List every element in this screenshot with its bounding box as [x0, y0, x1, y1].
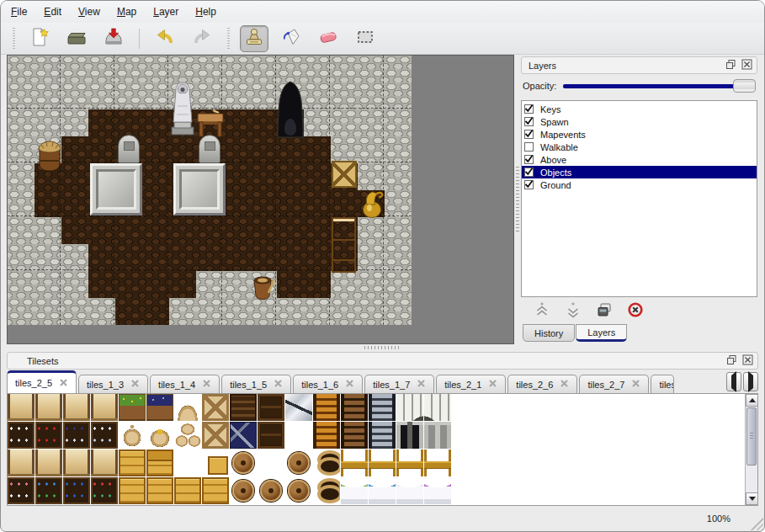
tileset-tile[interactable]: [174, 450, 201, 476]
layer-row-keys[interactable]: Keys: [522, 103, 757, 115]
tileset-tile[interactable]: [119, 450, 146, 476]
tileset-tab-tiles_2_5[interactable]: tiles_2_5: [7, 370, 77, 393]
tab-layers[interactable]: Layers: [576, 324, 627, 342]
tileset-tile[interactable]: [313, 450, 340, 476]
menu-edit[interactable]: Edit: [42, 4, 63, 19]
layer-checkbox[interactable]: [524, 155, 534, 164]
menu-help[interactable]: Help: [194, 4, 218, 19]
tileset-tile[interactable]: [230, 394, 257, 421]
tileset-tile[interactable]: [285, 477, 312, 504]
tileset-tab-tiles_1_3[interactable]: tiles_1_3: [78, 375, 148, 393]
tileset-tile[interactable]: [369, 394, 396, 421]
tileset-tile[interactable]: [258, 477, 284, 504]
tab-close-button[interactable]: [560, 379, 569, 390]
tileset-tile[interactable]: [313, 422, 340, 449]
layer-row-ground[interactable]: Ground: [522, 178, 757, 191]
scrollbar-thumb[interactable]: [746, 407, 757, 466]
fill-tool-button[interactable]: [277, 25, 305, 52]
tileset-tile[interactable]: [258, 422, 284, 449]
tileset-tile[interactable]: [396, 422, 423, 449]
tileset-tile[interactable]: [8, 450, 35, 476]
tileset-tile[interactable]: [313, 394, 340, 421]
tileset-tab-tiles[interactable]: tiles_: [651, 375, 674, 393]
scrollbar-up-button[interactable]: [746, 394, 758, 407]
tileset-tile[interactable]: [63, 422, 90, 449]
opacity-slider-handle[interactable]: [733, 79, 756, 93]
tileset-tile[interactable]: [8, 477, 35, 504]
tileset-tile[interactable]: [258, 450, 284, 476]
tileset-tile[interactable]: [424, 477, 451, 504]
layer-checkbox[interactable]: [524, 142, 534, 152]
tileset-tile[interactable]: [369, 422, 396, 449]
tileset-tile[interactable]: [91, 394, 118, 421]
tileset-tab-tiles_2_1[interactable]: tiles_2_1: [436, 375, 506, 393]
save-button[interactable]: [99, 25, 128, 52]
tileset-tile[interactable]: [63, 477, 90, 504]
duplicate-layer-button[interactable]: [595, 301, 614, 320]
tileset-tab-tiles_2_6[interactable]: tiles_2_6: [507, 375, 577, 393]
tileset-tile[interactable]: [119, 422, 146, 449]
tileset-tile[interactable]: [91, 422, 118, 449]
tileset-tile[interactable]: [202, 450, 229, 476]
tileset-tile[interactable]: [202, 394, 229, 421]
redo-button[interactable]: [188, 25, 216, 52]
layers-dock-close-button[interactable]: [741, 60, 752, 72]
menu-layer[interactable]: Layer: [151, 4, 180, 19]
tab-close-button[interactable]: [417, 379, 426, 390]
select-tool-button[interactable]: [351, 25, 380, 52]
tab-close-button[interactable]: [202, 379, 211, 390]
tileset-tab-tiles_1_7[interactable]: tiles_1_7: [364, 375, 434, 393]
tab-history[interactable]: History: [523, 324, 575, 342]
tileset-tile[interactable]: [285, 394, 312, 421]
tileset-tile[interactable]: [230, 450, 257, 476]
tileset-tab-tiles_1_5[interactable]: tiles_1_5: [221, 375, 291, 393]
tileset-tile[interactable]: [91, 477, 118, 504]
tab-close-button[interactable]: [130, 379, 140, 390]
tab-close-button[interactable]: [488, 379, 497, 390]
map-canvas[interactable]: [8, 56, 412, 325]
delete-layer-button[interactable]: [626, 301, 645, 320]
tileset-tile[interactable]: [230, 477, 257, 504]
tileset-scrollbar[interactable]: [745, 394, 757, 505]
vertical-splitter[interactable]: [514, 55, 521, 344]
scrollbar-down-button[interactable]: [746, 492, 758, 505]
tileset-tile[interactable]: [424, 422, 451, 449]
tilesets-dock-float-button[interactable]: [725, 355, 737, 367]
tileset-tile[interactable]: [313, 477, 340, 504]
horizontal-splitter[interactable]: [1, 344, 764, 350]
tileset-tile[interactable]: [396, 394, 423, 421]
tileset-tile[interactable]: [202, 422, 229, 449]
layers-dock-float-button[interactable]: [725, 60, 736, 72]
eraser-tool-button[interactable]: [314, 25, 343, 52]
tileset-tile[interactable]: [258, 394, 284, 421]
tileset-tile[interactable]: [174, 394, 201, 421]
tileset-tile[interactable]: [91, 450, 118, 476]
menu-view[interactable]: View: [77, 4, 102, 19]
stamp-tool-button[interactable]: [240, 25, 268, 52]
toolbar-grip[interactable]: [11, 28, 16, 50]
layer-checkbox[interactable]: [524, 117, 534, 126]
new-button[interactable]: [25, 25, 54, 52]
opacity-slider[interactable]: [563, 79, 756, 93]
tileset-tile[interactable]: [35, 477, 62, 504]
tileset-tile[interactable]: [285, 450, 312, 476]
tileset-tile[interactable]: [174, 477, 201, 504]
tileset-tile[interactable]: [424, 394, 451, 421]
tileset-tab-tiles_2_7[interactable]: tiles_2_7: [579, 375, 649, 393]
scroll-tabs-left-button[interactable]: [726, 372, 741, 391]
lower-layer-button[interactable]: [564, 301, 582, 320]
tileset-tile[interactable]: [146, 450, 173, 476]
tileset-tile[interactable]: [146, 422, 173, 449]
tab-close-button[interactable]: [631, 379, 640, 390]
layer-checkbox[interactable]: [524, 180, 534, 189]
tileset-tile[interactable]: [341, 450, 368, 476]
tab-close-button[interactable]: [59, 378, 68, 389]
tileset-tile[interactable]: [63, 394, 90, 421]
tileset-tile[interactable]: [35, 394, 62, 421]
tileset-tile[interactable]: [341, 394, 368, 421]
tileset-tile[interactable]: [8, 394, 35, 421]
toolbar-grip[interactable]: [226, 28, 231, 50]
layer-checkbox[interactable]: [524, 104, 534, 114]
tileset-tile[interactable]: [424, 450, 451, 476]
tileset-tile[interactable]: [285, 422, 312, 449]
